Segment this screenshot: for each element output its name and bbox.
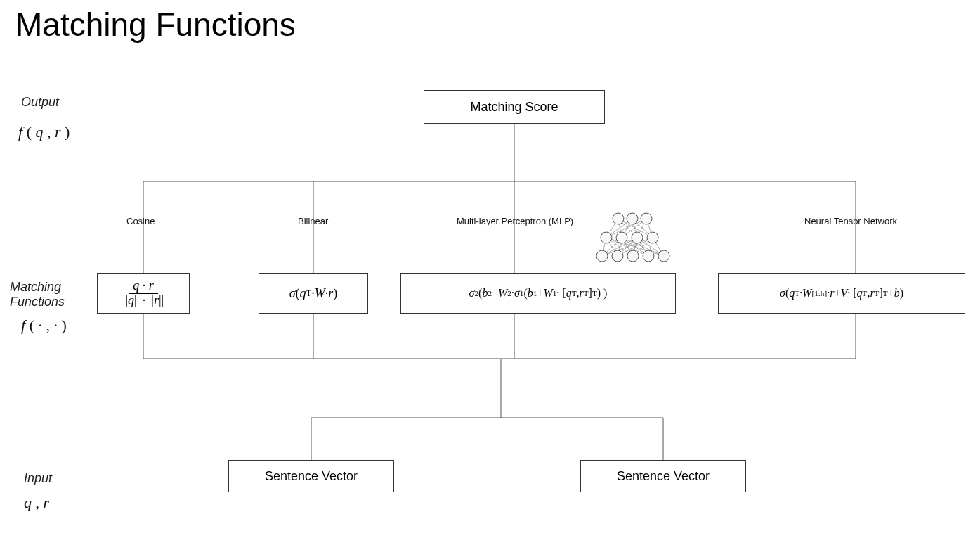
formula-mlp: σ2( b2 + W2 · σ1( b1 + W1 · [ qT , rT ]T… [400, 273, 676, 314]
row-label-output: Output [21, 95, 59, 110]
svg-point-32 [613, 213, 624, 224]
row-label-input: Input [24, 471, 52, 486]
connector-lines [0, 0, 980, 533]
svg-point-38 [647, 232, 658, 243]
output-box: Matching Score [424, 90, 605, 124]
input-box-q: Sentence Vector [228, 460, 394, 492]
branch-label-bilinear: Bilinear [298, 216, 328, 226]
svg-point-37 [632, 232, 643, 243]
input-box-r: Sentence Vector [580, 460, 746, 492]
branch-label-cosine: Cosine [126, 216, 155, 226]
svg-point-35 [601, 232, 612, 243]
page-title: Matching Functions [15, 6, 296, 44]
formula-bilinear: σ( qT · W · r ) [259, 273, 368, 314]
svg-point-33 [627, 213, 638, 224]
svg-point-43 [658, 250, 669, 262]
svg-point-40 [612, 250, 623, 262]
svg-point-34 [641, 213, 652, 224]
mlp-network-icon [594, 208, 671, 264]
svg-point-41 [627, 250, 639, 262]
formula-cosine: q · r||q|| · ||r|| [97, 273, 190, 314]
row-formula-output: f ( q , r ) [18, 123, 70, 141]
branch-label-ntn: Neural Tensor Network [804, 216, 897, 226]
row-formula-input: q , r [24, 494, 49, 512]
svg-point-36 [616, 232, 627, 243]
row-formula-functions: f ( · , · ) [21, 316, 67, 335]
row-label-functions: Matching Functions [10, 280, 65, 309]
formula-ntn: σ( qT · W[1:h]· r + V · [ qT , rT ]T + b… [718, 273, 965, 314]
svg-point-39 [596, 250, 608, 262]
svg-point-42 [643, 250, 654, 262]
branch-label-mlp: Multi-layer Perceptron (MLP) [457, 216, 573, 226]
